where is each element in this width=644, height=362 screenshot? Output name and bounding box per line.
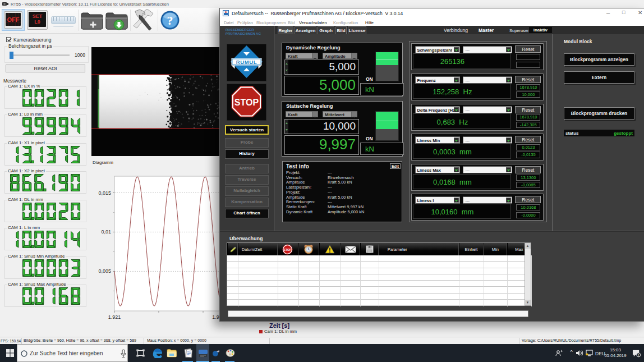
svg-text:1.921: 1.921 <box>108 314 121 320</box>
svg-text:1.92: 1.92 <box>212 314 219 320</box>
svg-text:RUMUL: RUMUL <box>236 59 257 65</box>
svg-text:STOP: STOP <box>234 98 259 107</box>
svg-text:STOP: STOP <box>283 248 292 251</box>
svg-text:?: ? <box>167 13 173 28</box>
svg-text:0,005: 0,005 <box>98 268 111 274</box>
svg-text:0,01: 0,01 <box>101 229 111 235</box>
svg-text:0,015: 0,015 <box>98 190 111 196</box>
